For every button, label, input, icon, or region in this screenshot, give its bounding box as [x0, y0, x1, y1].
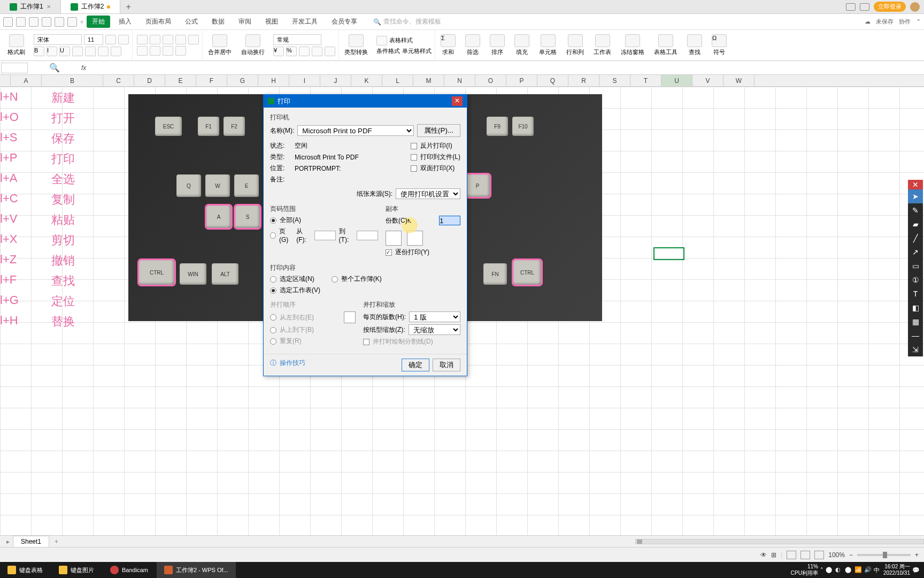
- sum-button[interactable]: Σ求和: [436, 34, 460, 56]
- eraser-icon[interactable]: ◧: [908, 301, 923, 315]
- wifi-icon[interactable]: 📶: [854, 566, 862, 574]
- printer-select[interactable]: Microsoft Print to PDF: [297, 125, 414, 136]
- col-G[interactable]: G: [227, 75, 258, 86]
- cond-label[interactable]: 条件格式: [376, 47, 400, 55]
- font-select[interactable]: 宋体: [34, 34, 82, 45]
- tab-review[interactable]: 审阅: [233, 16, 257, 28]
- col-O[interactable]: O: [475, 75, 506, 86]
- cell-B7[interactable]: 粘贴: [51, 212, 75, 228]
- doc-tab-2[interactable]: 工作簿2: [61, 0, 121, 13]
- file-icon[interactable]: [3, 17, 13, 27]
- cell-A10[interactable]: l+F: [0, 273, 17, 287]
- col-C[interactable]: C: [103, 75, 134, 86]
- cancel-button[interactable]: 取消: [433, 359, 460, 371]
- undo-icon[interactable]: [55, 17, 64, 27]
- col-K[interactable]: K: [351, 75, 382, 86]
- underline-icon[interactable]: U: [59, 47, 70, 56]
- wrap-button[interactable]: 自动换行: [237, 34, 269, 56]
- fill-color-icon[interactable]: [85, 47, 96, 56]
- collapse-icon[interactable]: ⌃: [916, 18, 921, 25]
- cell-B2[interactable]: 打开: [51, 110, 75, 126]
- align-mid-icon[interactable]: [150, 35, 160, 44]
- tray-up-icon[interactable]: ˄: [820, 567, 823, 574]
- tray-icon[interactable]: ⬤: [826, 566, 833, 574]
- border-icon[interactable]: [72, 47, 83, 56]
- tofile-checkbox[interactable]: [411, 154, 417, 161]
- cell-B4[interactable]: 打印: [51, 151, 75, 167]
- size-select[interactable]: 11: [84, 34, 103, 45]
- blackboard-icon[interactable]: ▦: [908, 315, 923, 329]
- from-input[interactable]: [314, 231, 336, 240]
- login-button[interactable]: 立即登录: [874, 2, 906, 12]
- command-search[interactable]: 🔍 查找命令、搜索模板: [373, 17, 441, 26]
- properties-button[interactable]: 属性(P)...: [417, 124, 460, 137]
- fx-icon[interactable]: fx: [81, 64, 86, 72]
- zoom-select[interactable]: 无缩放: [409, 324, 460, 335]
- table-icon[interactable]: [376, 36, 387, 45]
- selsheet-radio[interactable]: [270, 287, 276, 294]
- duplex-checkbox[interactable]: [411, 165, 417, 172]
- zoom-slider[interactable]: [857, 554, 911, 556]
- bold-icon[interactable]: B: [34, 47, 44, 56]
- reverse-checkbox[interactable]: [411, 143, 417, 149]
- tablestyle-label[interactable]: 表格样式: [389, 36, 413, 44]
- search-icon[interactable]: 🔍: [49, 63, 60, 73]
- view-layout-icon[interactable]: [800, 551, 810, 559]
- align-right-icon[interactable]: [163, 46, 173, 56]
- cell-B10[interactable]: 查找: [51, 273, 75, 289]
- tab-start[interactable]: 开始: [87, 16, 110, 28]
- tab-formula[interactable]: 公式: [180, 16, 203, 28]
- arrow-icon[interactable]: ↗: [908, 245, 923, 259]
- numfmt-select[interactable]: 常规: [273, 34, 321, 45]
- comma-icon[interactable]: [299, 47, 310, 56]
- task-item-4[interactable]: 工作簿2 - WPS Of...: [157, 562, 236, 578]
- minus-icon[interactable]: —: [908, 329, 923, 343]
- source-select[interactable]: 使用打印机设置: [396, 188, 460, 199]
- dec-inc-icon[interactable]: [312, 47, 322, 56]
- close-icon[interactable]: ✕: [452, 96, 463, 106]
- indent-dec-icon[interactable]: [175, 35, 186, 44]
- col-B[interactable]: B: [42, 75, 103, 86]
- align-left-icon[interactable]: [137, 46, 148, 56]
- sheet-nav-icon[interactable]: ▸: [3, 538, 13, 545]
- find-button[interactable]: 查找: [683, 34, 706, 56]
- highlighter-icon[interactable]: ▰: [908, 217, 923, 231]
- doc-tab-1[interactable]: 工作簿1✕: [0, 0, 61, 13]
- task-item-2[interactable]: 键盘图片: [51, 562, 102, 578]
- avatar[interactable]: [910, 2, 920, 12]
- cell-A4[interactable]: l+P: [0, 151, 17, 165]
- cell-B1[interactable]: 新建: [51, 90, 75, 106]
- align-justify-icon[interactable]: [175, 46, 186, 56]
- symbol-button[interactable]: Ω符号: [707, 34, 731, 56]
- col-F[interactable]: F: [196, 75, 227, 86]
- line-icon[interactable]: ╱: [908, 231, 923, 245]
- align-bot-icon[interactable]: [163, 35, 173, 44]
- cell-button[interactable]: 单元格: [535, 34, 561, 56]
- col-R[interactable]: R: [568, 75, 599, 86]
- cell-A9[interactable]: l+Z: [0, 253, 17, 267]
- text-icon[interactable]: T: [908, 287, 923, 301]
- tab-dev[interactable]: 开发工具: [287, 16, 323, 28]
- zoom-out-icon[interactable]: −: [849, 551, 853, 559]
- perpage-select[interactable]: 1 版: [409, 311, 460, 322]
- more-icon[interactable]: ⇲: [908, 343, 923, 356]
- sort-button[interactable]: 排序: [486, 34, 509, 56]
- name-box[interactable]: [1, 63, 28, 73]
- align-top-icon[interactable]: [137, 35, 148, 44]
- pen-icon[interactable]: ✎: [908, 203, 923, 217]
- type-button[interactable]: 类型转换: [340, 34, 372, 56]
- tab-member[interactable]: 会员专享: [326, 16, 363, 28]
- merge-button[interactable]: 合并居中: [204, 34, 236, 56]
- info-icon[interactable]: ⓘ: [270, 359, 276, 371]
- col-H[interactable]: H: [258, 75, 289, 86]
- col-J[interactable]: J: [320, 75, 351, 86]
- rect-icon[interactable]: ▭: [908, 259, 923, 273]
- print-icon[interactable]: [29, 17, 38, 27]
- dec-font-icon[interactable]: [118, 35, 129, 44]
- tabletool-button[interactable]: 表格工具: [650, 34, 682, 56]
- inc-font-icon[interactable]: [105, 35, 116, 44]
- sheet-tab[interactable]: Sheet1: [13, 536, 49, 547]
- sel-radio[interactable]: [270, 276, 276, 283]
- close-icon[interactable]: ✕: [47, 4, 51, 10]
- preview-icon[interactable]: [42, 17, 51, 27]
